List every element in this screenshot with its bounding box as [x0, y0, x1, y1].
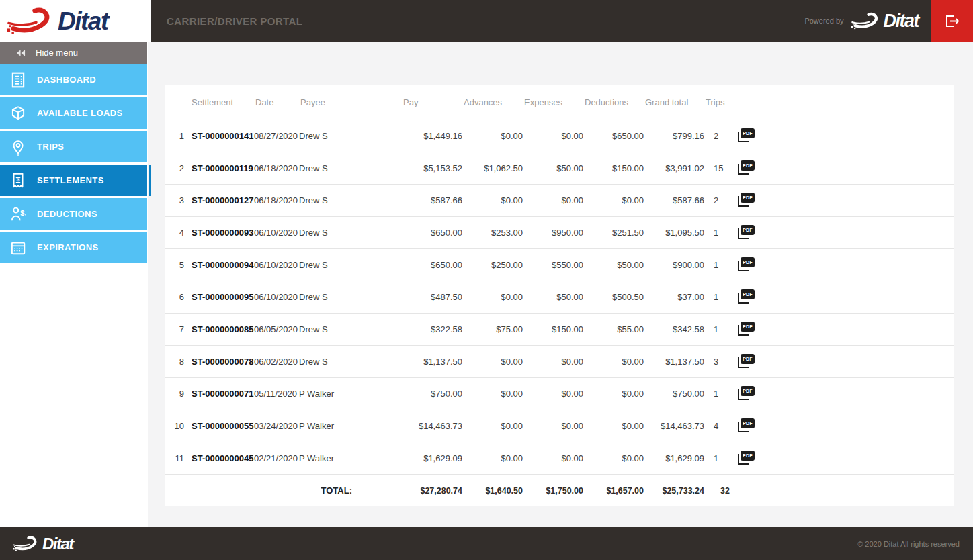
expenses-amount: $0.00 — [523, 389, 583, 399]
pdf-icon[interactable]: PDF — [738, 289, 755, 304]
total-label: TOTAL: — [299, 485, 402, 496]
ditat-swoosh-icon — [12, 534, 40, 553]
logout-icon — [943, 13, 961, 30]
svg-text:$: $ — [20, 209, 24, 217]
pdf-icon-label: PDF — [741, 225, 755, 235]
trips-count: 3 — [704, 357, 734, 367]
pay-amount: $1,629.09 — [402, 453, 462, 463]
expenses-amount: $950.00 — [523, 228, 583, 238]
pdf-icon[interactable]: PDF — [738, 193, 755, 207]
pdf-icon-label: PDF — [741, 354, 755, 364]
pay-amount: $1,137.50 — [402, 357, 462, 367]
pdf-icon[interactable]: PDF — [738, 354, 755, 368]
expenses-amount: $50.00 — [523, 163, 583, 173]
sidebar-item-settlements[interactable]: $ SETTLEMENTS — [0, 165, 147, 196]
deductions-amount: $0.00 — [583, 389, 644, 399]
total-deductions: $1,657.00 — [583, 486, 644, 496]
pdf-icon[interactable]: PDF — [738, 451, 755, 465]
dashboard-icon — [9, 71, 27, 89]
settlement-date: 06/18/2020 — [254, 163, 299, 173]
top-bar-main: CARRIER/DRIVER PORTAL Powered by — [151, 0, 973, 42]
settlement-id: ST-0000000093 — [184, 228, 254, 238]
sidebar-item-deductions[interactable]: $ DEDUCTIONS — [0, 198, 147, 230]
pay-amount: $14,463.73 — [402, 421, 462, 431]
table-row: 9 ST-0000000071 05/11/2020 P Walker $750… — [165, 377, 954, 410]
settlement-id: ST-0000000119 — [184, 163, 254, 173]
grand-total-amount: $3,991.02 — [644, 163, 704, 173]
pdf-icon-label: PDF — [741, 160, 755, 171]
sidebar-item-expirations[interactable]: EXPIRATIONS — [0, 232, 147, 263]
settlement-date: 02/21/2020 — [254, 453, 299, 463]
pdf-icon[interactable]: PDF — [738, 225, 755, 239]
trips-count: 15 — [704, 163, 734, 173]
advances-amount: $0.00 — [462, 195, 523, 205]
settlement-date: 06/10/2020 — [254, 260, 299, 270]
pdf-icon[interactable]: PDF — [738, 257, 755, 271]
total-trips: 32 — [704, 486, 734, 496]
pdf-icon[interactable]: PDF — [738, 128, 755, 142]
expenses-amount: $0.00 — [523, 195, 583, 205]
grand-total-amount: $342.58 — [644, 324, 704, 334]
column-header-trips: Trips — [704, 97, 734, 107]
svg-text:$: $ — [16, 176, 19, 183]
pdf-icon[interactable]: PDF — [738, 386, 755, 400]
trips-count: 2 — [704, 195, 734, 205]
payee: P Walker — [299, 421, 402, 431]
sidebar-item-trips[interactable]: TRIPS — [0, 131, 147, 162]
table-row: 7 ST-0000000085 06/05/2020 Drew S $322.5… — [165, 313, 954, 345]
sidebar-item-dashboard[interactable]: DASHBOARD — [0, 64, 147, 95]
top-bar: Ditat CARRIER/DRIVER PORTAL Powered by — [0, 0, 973, 42]
expenses-amount: $550.00 — [523, 260, 583, 270]
column-header-settlement: Settlement — [184, 97, 254, 107]
ditat-swoosh-icon — [851, 11, 882, 31]
payee: Drew S — [299, 357, 402, 367]
payee: Drew S — [299, 131, 402, 141]
logout-button[interactable] — [931, 0, 973, 42]
pdf-icon-label: PDF — [741, 128, 755, 138]
table-row: 4 ST-0000000093 06/10/2020 Drew S $650.0… — [165, 216, 954, 248]
pdf-icon[interactable]: PDF — [738, 160, 755, 175]
settlement-id: ST-0000000055 — [184, 421, 254, 431]
pay-amount: $587.66 — [402, 195, 462, 205]
settlement-date: 06/05/2020 — [254, 324, 299, 334]
column-header-pay: Pay — [402, 97, 462, 107]
row-number: 2 — [165, 163, 184, 173]
deductions-icon: $ — [9, 205, 27, 223]
ditat-logo-white: Ditat — [851, 11, 919, 31]
settlements-table: Settlement Date Payee Pay Advances Expen… — [165, 85, 954, 506]
table-total-row: TOTAL: $27,280.74 $1,640.50 $1,750.00 $1… — [165, 474, 954, 506]
total-pay: $27,280.74 — [402, 486, 462, 496]
total-grand-total: $25,733.24 — [644, 486, 704, 496]
grand-total-amount: $750.00 — [644, 389, 704, 399]
grand-total-amount: $900.00 — [644, 260, 704, 270]
hide-menu-button[interactable]: Hide menu — [0, 42, 147, 64]
pdf-icon[interactable]: PDF — [738, 322, 755, 336]
row-number: 9 — [165, 389, 184, 399]
powered-by-label: Powered by — [804, 17, 843, 25]
trips-count: 1 — [704, 292, 734, 302]
column-header-grand-total: Grand total — [644, 97, 704, 107]
payee: Drew S — [299, 292, 402, 302]
advances-amount: $0.00 — [462, 292, 523, 302]
pdf-icon-label: PDF — [741, 418, 755, 428]
pdf-icon[interactable]: PDF — [738, 418, 755, 432]
powered-by: Powered by Ditat — [804, 11, 919, 31]
settlement-id: ST-0000000127 — [184, 195, 254, 205]
row-number: 1 — [165, 131, 184, 141]
sidebar-item-available-loads[interactable]: AVAILABLE LOADS — [0, 97, 147, 129]
brand-name: Ditat — [42, 536, 73, 552]
footer: Ditat © 2020 Ditat All rights reserved — [0, 527, 973, 560]
expenses-amount: $150.00 — [523, 324, 583, 334]
payee: Drew S — [299, 260, 402, 270]
pay-amount: $5,153.52 — [402, 163, 462, 173]
table-row: 6 ST-0000000095 06/10/2020 Drew S $487.5… — [165, 281, 954, 313]
expenses-amount: $0.00 — [523, 453, 583, 463]
carrier-driver-portal: Ditat CARRIER/DRIVER PORTAL Powered by — [0, 0, 973, 560]
pdf-icon-label: PDF — [741, 257, 755, 267]
row-number: 7 — [165, 324, 184, 334]
deductions-amount: $150.00 — [583, 163, 644, 173]
grand-total-amount: $14,463.73 — [644, 421, 704, 431]
advances-amount: $0.00 — [462, 453, 523, 463]
advances-amount: $75.00 — [462, 324, 523, 334]
content: Settlement Date Payee Pay Advances Expen… — [148, 42, 973, 527]
